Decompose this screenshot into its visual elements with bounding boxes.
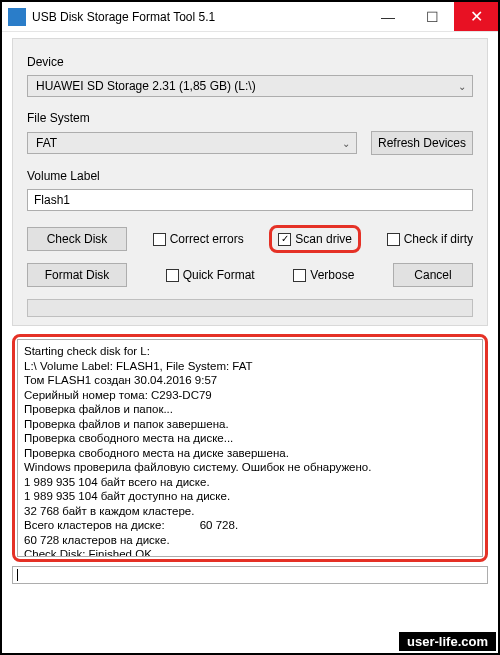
- titlebar: USB Disk Storage Format Tool 5.1 — ☐ ✕: [2, 2, 498, 32]
- correct-errors-label: Correct errors: [170, 232, 244, 246]
- checkbox-icon: [166, 269, 179, 282]
- checkbox-icon: [153, 233, 166, 246]
- scan-drive-checkbox[interactable]: ✓ Scan drive: [278, 232, 352, 246]
- scan-drive-highlight: ✓ Scan drive: [269, 225, 361, 253]
- checkbox-icon: ✓: [278, 233, 291, 246]
- window-title: USB Disk Storage Format Tool 5.1: [32, 10, 366, 24]
- progress-bar: [27, 299, 473, 317]
- filesystem-label: File System: [27, 111, 473, 125]
- filesystem-value: FAT: [36, 136, 57, 150]
- volume-label-value: Flash1: [34, 193, 70, 207]
- main-panel: Device HUAWEI SD Storage 2.31 (1,85 GB) …: [12, 38, 488, 326]
- volume-label-input[interactable]: Flash1: [27, 189, 473, 211]
- log-output[interactable]: Starting check disk for L: L:\ Volume La…: [17, 339, 483, 557]
- scan-drive-label: Scan drive: [295, 232, 352, 246]
- checkbox-icon: [387, 233, 400, 246]
- filesystem-select[interactable]: FAT ⌄: [27, 132, 357, 154]
- maximize-button[interactable]: ☐: [410, 2, 454, 31]
- checkbox-icon: [293, 269, 306, 282]
- close-icon: ✕: [470, 7, 483, 26]
- quick-format-label: Quick Format: [183, 268, 255, 282]
- device-select[interactable]: HUAWEI SD Storage 2.31 (1,85 GB) (L:\) ⌄: [27, 75, 473, 97]
- refresh-devices-button[interactable]: Refresh Devices: [371, 131, 473, 155]
- volume-label-label: Volume Label: [27, 169, 473, 183]
- check-if-dirty-label: Check if dirty: [404, 232, 473, 246]
- format-disk-button[interactable]: Format Disk: [27, 263, 127, 287]
- quick-format-checkbox[interactable]: Quick Format: [166, 268, 255, 282]
- check-disk-button[interactable]: Check Disk: [27, 227, 127, 251]
- watermark: user-life.com: [399, 632, 496, 651]
- check-if-dirty-checkbox[interactable]: Check if dirty: [387, 232, 473, 246]
- status-bar[interactable]: [12, 566, 488, 584]
- log-highlight: Starting check disk for L: L:\ Volume La…: [12, 334, 488, 562]
- verbose-label: Verbose: [310, 268, 354, 282]
- verbose-checkbox[interactable]: Verbose: [293, 268, 354, 282]
- app-icon: [8, 8, 26, 26]
- text-cursor: [17, 569, 18, 581]
- minimize-button[interactable]: —: [366, 2, 410, 31]
- close-button[interactable]: ✕: [454, 2, 498, 31]
- correct-errors-checkbox[interactable]: Correct errors: [153, 232, 244, 246]
- chevron-down-icon: ⌄: [342, 138, 350, 149]
- device-value: HUAWEI SD Storage 2.31 (1,85 GB) (L:\): [36, 79, 256, 93]
- device-label: Device: [27, 55, 473, 69]
- cancel-button[interactable]: Cancel: [393, 263, 473, 287]
- chevron-down-icon: ⌄: [458, 81, 466, 92]
